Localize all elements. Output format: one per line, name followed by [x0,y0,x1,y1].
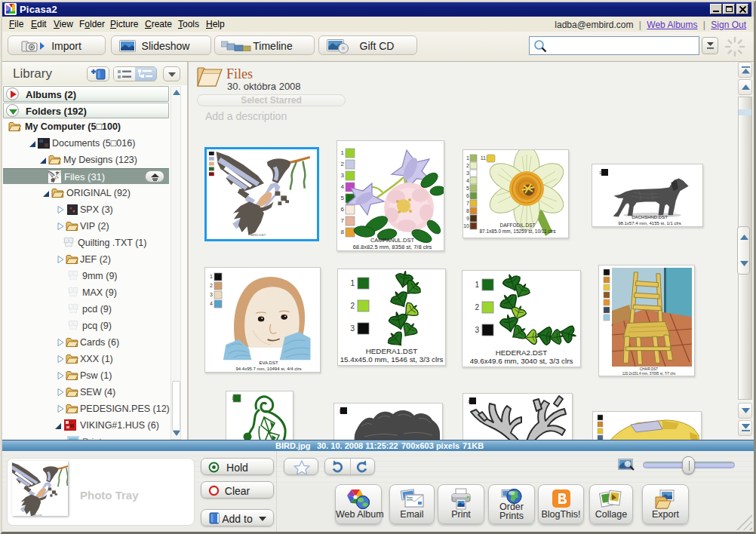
svg-text:2: 2 [466,163,469,168]
svg-text:87.1x85.0 mm, 15259 st, 10/11: 87.1x85.0 mm, 15259 st, 10/11 clrs [479,229,556,234]
svg-text:2: 2 [210,283,213,288]
svg-text:3: 3 [475,326,479,334]
svg-text:DACHSHND.DST: DACHSHND.DST [632,215,668,219]
svg-text:11: 11 [481,155,486,161]
svg-text:3: 3 [210,292,213,297]
svg-text:1: 1 [350,279,355,287]
svg-text:9: 9 [466,216,469,221]
svg-text:49.6x49.6 mm, 3040 st, 3/3 clr: 49.6x49.6 mm, 3040 st, 3/3 clrs [470,357,573,365]
svg-text:3: 3 [466,170,469,176]
svg-text:4: 4 [210,301,213,306]
svg-text:6: 6 [341,206,345,213]
svg-text:68.8x82.5 mm, 8358 st, 7/8 clr: 68.8x82.5 mm, 8358 st, 7/8 clrs [353,244,432,250]
svg-text:7: 7 [341,217,345,224]
svg-text:DAFFODIL.DST: DAFFODIL.DST [500,222,536,228]
svg-text:3: 3 [341,172,345,179]
svg-text:2: 2 [475,303,479,312]
svg-text:6: 6 [466,193,469,198]
svg-text:1: 1 [210,274,213,279]
svg-text:8: 8 [466,208,469,213]
svg-text:5: 5 [341,195,345,201]
svg-text:15.4x45.0 mm, 1546 st, 3/3 clr: 15.4x45.0 mm, 1546 st, 3/3 clrs [340,355,444,364]
svg-text:1: 1 [475,281,479,289]
svg-text:1: 1 [341,149,345,156]
svg-text:2: 2 [350,302,355,310]
svg-text:4: 4 [341,183,345,190]
svg-text:HEDERA2.DST: HEDERA2.DST [496,348,548,357]
svg-text:CHAIR.DST: CHAIR.DST [640,367,659,371]
svg-text:5: 5 [466,186,469,191]
svg-text:4: 4 [466,178,469,183]
svg-text:CAMPANUL.DST: CAMPANUL.DST [370,237,415,244]
svg-text:8: 8 [341,229,345,235]
svg-text:7: 7 [466,201,469,206]
svg-text:1: 1 [466,155,469,161]
svg-text:EVA.DST: EVA.DST [259,361,278,365]
svg-text:98.1x57.4 mm, 4155 st, 1/1 clr: 98.1x57.4 mm, 4155 st, 1/1 clrs [618,221,681,226]
svg-text:3: 3 [350,324,355,333]
svg-text:2: 2 [341,161,345,167]
svg-text:10: 10 [463,223,469,229]
svg-text:120.2x151.4 mm, 37095 st, 7/7: 120.2x151.4 mm, 37095 st, 7/7 clrs [622,372,676,376]
svg-text:94.4x95.7 mm, 10494 st, 4/4 cl: 94.4x95.7 mm, 10494 st, 4/4 clrs [235,367,301,371]
svg-text:HEDERA1.DST: HEDERA1.DST [366,347,418,355]
